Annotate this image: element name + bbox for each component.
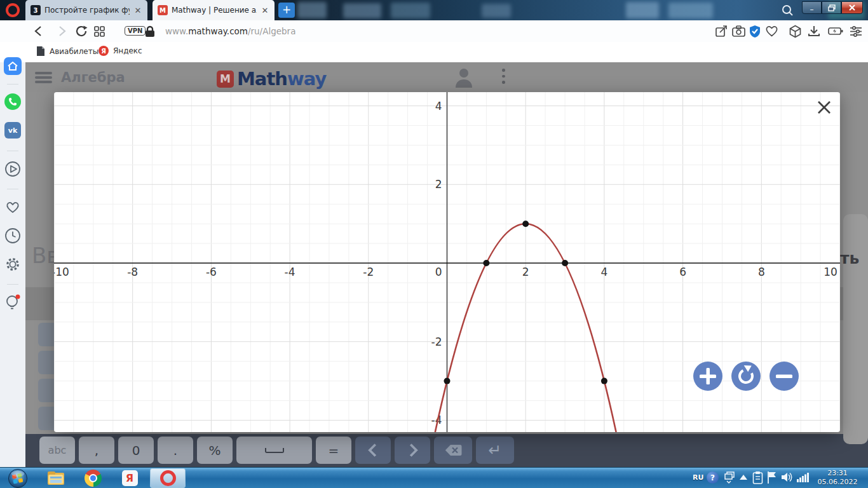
- favorites-heart-icon[interactable]: [765, 25, 778, 37]
- svg-text:0: 0: [435, 266, 442, 278]
- svg-text:2: 2: [522, 266, 529, 278]
- address-url[interactable]: www.mathway.com/ru/Algebra: [165, 26, 295, 36]
- svg-text:-2: -2: [363, 266, 374, 278]
- desktop-search-icon[interactable]: [782, 4, 794, 17]
- space-glyph: [265, 448, 284, 453]
- tray-network-icon[interactable]: [796, 471, 809, 483]
- forward-icon[interactable]: [56, 25, 67, 37]
- tab-mathway-active[interactable]: M Mathway | Решение алгеб ✕: [153, 0, 275, 20]
- start-button[interactable]: [5, 468, 31, 488]
- lock-icon[interactable]: [145, 25, 155, 37]
- yandex-taskbar-icon[interactable]: Я: [114, 468, 145, 488]
- adblock-shield-icon[interactable]: [749, 25, 761, 38]
- mathway-favicon: M: [158, 5, 168, 15]
- zoom-reset-button[interactable]: [731, 362, 761, 391]
- keyboard-bottom-row: abc,0.%=↵: [25, 434, 514, 470]
- desktop-screen: 3 Постройте график функци ✕ M Mathway | …: [0, 0, 868, 488]
- speed-dial-grid-icon[interactable]: [94, 25, 105, 37]
- account-person-icon[interactable]: [454, 67, 473, 88]
- windows-taskbar: Я RU ? 23: [0, 467, 868, 488]
- window-close-button[interactable]: [841, 1, 863, 14]
- tray-language-indicator[interactable]: RU: [693, 473, 703, 482]
- opera-sidebar: vk: [0, 62, 25, 467]
- key-comma[interactable]: ,: [79, 437, 114, 464]
- svg-text:10: 10: [824, 266, 837, 278]
- key-period[interactable]: .: [158, 437, 193, 464]
- key-percent[interactable]: %: [197, 437, 233, 464]
- tray-volume-icon[interactable]: [781, 471, 793, 483]
- bookmarks-heart-icon[interactable]: [4, 199, 21, 215]
- wallpaper-blur-blob: [482, 4, 511, 18]
- tray-clipboard-icon[interactable]: [752, 471, 763, 484]
- bookmark-yandex[interactable]: Я Яндекс: [98, 46, 142, 56]
- tab-close-icon[interactable]: ✕: [133, 6, 142, 15]
- modal-close-icon[interactable]: [815, 98, 833, 116]
- key-space[interactable]: [236, 437, 312, 464]
- svg-text:6: 6: [679, 266, 686, 278]
- speed-dial-home-icon[interactable]: [4, 57, 22, 75]
- tray-help-icon[interactable]: ?: [707, 471, 719, 484]
- history-clock-icon[interactable]: [4, 227, 21, 244]
- key-zero[interactable]: 0: [118, 437, 154, 464]
- window-minimize-button[interactable]: –: [802, 1, 822, 14]
- wallpaper-blur-blob: [391, 3, 430, 18]
- key-equals[interactable]: =: [316, 437, 351, 464]
- bookmark-label: Авиабилеты: [50, 47, 98, 56]
- settings-gear-icon[interactable]: [4, 256, 21, 273]
- chrome-taskbar-icon[interactable]: [78, 468, 108, 488]
- overflow-menu-icon[interactable]: [502, 69, 505, 84]
- new-tab-button[interactable]: +: [278, 3, 295, 18]
- bookmark-aviabilety[interactable]: Авиабилеты: [36, 46, 98, 57]
- snapshot-camera-icon[interactable]: [732, 25, 745, 37]
- window-maximize-button[interactable]: [822, 1, 841, 14]
- opera-taskbar-icon-active[interactable]: [150, 468, 186, 488]
- wallpaper-blur-blob: [343, 3, 381, 18]
- key-prev[interactable]: [355, 437, 391, 464]
- key-next[interactable]: [395, 437, 430, 464]
- browser-tab-bar: 3 Постройте график функци ✕ M Mathway | …: [0, 0, 868, 20]
- svg-text:4: 4: [600, 266, 607, 278]
- wallpaper-blur-blob: [668, 3, 713, 18]
- zoom-out-button[interactable]: [770, 362, 799, 391]
- tray-time: 23:31: [812, 469, 863, 478]
- vpn-badge[interactable]: VPN: [125, 26, 146, 36]
- key-enter[interactable]: ↵: [476, 437, 514, 464]
- logo-text: Math: [237, 68, 287, 90]
- svg-text:-2: -2: [431, 336, 442, 348]
- explorer-taskbar-icon[interactable]: [41, 468, 71, 488]
- whatsapp-icon[interactable]: [4, 93, 21, 110]
- znanija-favicon: 3: [31, 5, 41, 15]
- tab-close-icon[interactable]: ✕: [261, 6, 269, 15]
- page-icon: [36, 46, 45, 57]
- tray-action-center-flag-icon[interactable]: [767, 471, 777, 484]
- svg-text:4: 4: [435, 100, 442, 112]
- vk-icon[interactable]: vk: [4, 122, 21, 139]
- key-backspace[interactable]: [434, 437, 472, 464]
- tray-clock[interactable]: 23:31 05.06.2022: [812, 469, 863, 487]
- tray-display-icon[interactable]: [724, 471, 735, 484]
- tray-date: 05.06.2022: [812, 478, 863, 487]
- extensions-cube-icon[interactable]: [789, 25, 802, 38]
- keyboard-key-stub: [38, 379, 54, 402]
- key-abc[interactable]: abc: [39, 437, 75, 464]
- reload-icon[interactable]: [75, 25, 88, 37]
- easy-setup-bulb-icon[interactable]: [4, 295, 21, 311]
- settings-sliders-icon[interactable]: [850, 25, 862, 37]
- dimmed-text-fragment-right: ть: [840, 249, 859, 268]
- tray-show-hidden-icon[interactable]: [739, 474, 748, 480]
- zoom-in-button[interactable]: [693, 362, 722, 391]
- keyboard-key-stub: [38, 351, 54, 374]
- player-icon[interactable]: [4, 161, 21, 177]
- download-icon[interactable]: [808, 25, 820, 37]
- opera-logo[interactable]: [6, 3, 20, 17]
- mathway-logo[interactable]: M Mathway: [217, 68, 326, 90]
- share-icon[interactable]: [715, 25, 728, 37]
- back-icon[interactable]: [33, 25, 44, 37]
- topic-title[interactable]: Алгебра: [61, 70, 125, 85]
- wallpaper-blur-blob: [297, 2, 327, 18]
- battery-saver-icon[interactable]: [828, 25, 843, 37]
- tab-znanija[interactable]: 3 Постройте график функци ✕: [25, 0, 147, 20]
- svg-text:-8: -8: [127, 266, 138, 278]
- graph-zoom-controls: [693, 361, 799, 391]
- tab-title: Mathway | Решение алгеб: [172, 6, 257, 15]
